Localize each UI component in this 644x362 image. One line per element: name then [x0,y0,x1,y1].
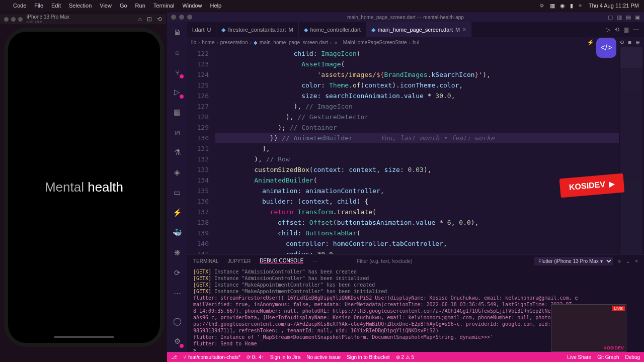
git-graph[interactable]: Git Graph [597,354,619,360]
home-indicator [54,336,114,338]
panel-tab-debug[interactable]: DEBUG CONSOLE [260,258,303,264]
docker-icon[interactable]: 🐳 [172,227,183,238]
thunder-icon[interactable]: ⚡ [172,207,183,218]
menubar-item[interactable]: Go [120,3,127,9]
menubar-item[interactable]: Run [135,3,145,9]
menubar-item[interactable]: File [34,3,43,9]
editor-tabs: l.dart U ◆firestore_constants.dart M ◆ho… [187,22,644,37]
close-icon[interactable]: × [462,26,466,33]
tab[interactable]: l.dart U [187,22,216,37]
live-share[interactable]: Live Share [567,354,591,360]
menubar-item[interactable]: Window [182,3,202,9]
inspect-icon[interactable]: ⊕ [635,39,640,46]
webcam-overlay: LIVE KOSIDEV [551,304,626,352]
status-bitbucket[interactable]: Sign in to Bitbucket [347,354,390,360]
remote-icon[interactable]: ⎚ [172,127,183,138]
device-name: iPhone 13 Pro Max [27,14,69,20]
account-icon[interactable]: ◯ [172,316,183,327]
clear-icon[interactable]: ≡ [618,258,621,264]
traffic-lights[interactable] [4,17,23,22]
misc-icon[interactable]: ⟳ [172,267,183,279]
code-content[interactable]: child: ImageIcon( AssetImage( 'assets/im… [215,47,619,254]
line-numbers: 1221231241251261271281291301311321331341… [187,47,215,254]
window-title: main_home_page_screen.dart — mental-heal… [347,15,464,20]
sync-indicator[interactable]: ⟳ 0↓ 4↑ [247,354,264,360]
wifi-icon[interactable]: ◉ [560,3,565,9]
breadcrumbs[interactable]: lib› home› presentation› ◆main_home_page… [187,37,644,47]
search-icon[interactable]: ⌕ [172,46,183,57]
close-icon[interactable]: × [635,258,638,264]
branch-indicator[interactable]: ⑂ feat/consultation-chats* [183,354,240,360]
status-issue[interactable]: No active issue [306,354,341,360]
traffic-lights[interactable] [171,15,192,20]
tab[interactable]: ◆firestore_constants.dart M [216,22,298,37]
remote-indicator[interactable]: ⎇ [171,354,177,360]
live-indicator: LIVE [612,306,625,311]
code-overlay-badge: </> [596,38,616,58]
macos-menubar: Code File Edit Selection View Go Run Ter… [0,0,644,11]
source-control-icon[interactable]: ⑂ [172,66,183,77]
testing-icon[interactable]: ⚗ [172,147,183,158]
extensions-icon[interactable]: ▦ [172,107,183,118]
menubar-item[interactable]: Help [210,3,222,9]
app-splash-text: Mental health [45,179,123,195]
status-bar: ⎇ ⑂ feat/consultation-chats* ⟳ 0↓ 4↑ Sig… [167,352,644,362]
webcam-name: KOSIDEV [603,345,624,350]
database-icon[interactable]: ▭ [172,187,183,198]
filter-input[interactable] [357,258,447,264]
restart-icon[interactable]: ⟲ [619,39,624,46]
run-debug-icon[interactable]: ▷ [172,86,183,98]
tab[interactable]: ◆home_controller.dart [299,22,366,37]
home-icon[interactable]: ⌂ [138,16,142,23]
screenshot-icon[interactable]: ⊡ [147,16,152,23]
tab-active[interactable]: ◆main_home_page_screen.dart M× [366,22,471,37]
rotate-icon[interactable]: ⟲ [157,16,162,23]
stop-icon[interactable]: ■ [628,39,631,46]
status-jira[interactable]: Sign in to Jira [270,354,301,360]
flutter-icon[interactable]: ◈ [172,167,183,178]
panel-tab-terminal[interactable]: TERMINAL [193,258,219,264]
debug-target-dropdown[interactable]: Flutter (iPhone 13 Pro Max ▾ [534,257,613,265]
status-icon[interactable]: ⛭ [539,3,545,9]
clock[interactable]: Thu 4 Aug 11:21 PM [589,3,639,9]
settings-icon[interactable]: ⚙ [172,336,183,347]
code-editor[interactable]: 1221231241251261271281291301311321331341… [187,47,644,254]
simulator-titlebar: iPhone 13 Pro Max iOS 15.5 ⌂ ⊡ ⟲ [0,14,166,24]
minimap[interactable] [619,47,644,254]
wifi-icon[interactable]: ᯤ [578,3,584,9]
phone-simulator[interactable]: Mental health [4,28,164,347]
debug-status[interactable]: Debug [625,354,640,360]
menubar-item[interactable]: Terminal [153,3,175,9]
menubar-item[interactable]: Edit [51,3,61,9]
run-icon[interactable]: ▷ [606,26,610,33]
more-icon[interactable]: ⋯ [633,26,639,33]
lightning-icon[interactable]: ⚡ [587,39,594,46]
misc-icon[interactable]: ❋ [172,247,183,258]
problems-indicator[interactable]: ⊘ 2 ⚠ 5 [396,354,414,360]
more-icon[interactable]: ⋯ [172,288,183,299]
battery-icon[interactable]: ▮ [570,3,573,9]
menubar-app[interactable]: Code [13,3,26,9]
device-os: iOS 15.5 [27,20,69,24]
split-icon[interactable]: ▥ [623,26,629,33]
panel-tab-jupyter[interactable]: JUPYTER [228,258,251,264]
window-titlebar: main_home_page_screen.dart — mental-heal… [167,12,644,22]
layout-controls[interactable]: ▢▥▤▣ [608,14,640,21]
debug-icon[interactable]: ⟲ [614,26,619,33]
collapse-icon[interactable]: ⌄ [626,258,630,264]
status-icon[interactable]: ▦ [550,3,555,9]
activity-bar: 🗎 ⌕ ⑂ ▷ ▦ ⎚ ⚗ ◈ ▭ ⚡ 🐳 ❋ ⟳ ⋯ ◯ ⚙ [167,22,187,352]
more-icon[interactable]: ⋯ [312,258,317,264]
menubar-item[interactable]: Selection [69,3,92,9]
explorer-icon[interactable]: 🗎 [172,26,183,37]
menubar-item[interactable]: View [100,3,112,9]
